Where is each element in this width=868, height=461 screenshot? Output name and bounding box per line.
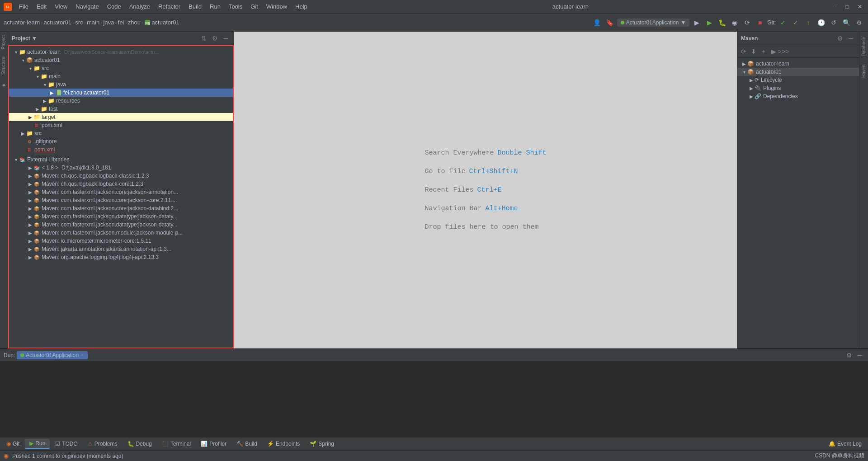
tree-item-lib4[interactable]: ▶ 📦 Maven: com.fasterxml.jackson.core:ja… (9, 196, 233, 204)
tree-item-actuator01[interactable]: ▾ 📦 actuator01 (9, 56, 233, 64)
user-icon[interactable]: 👤 (592, 17, 603, 28)
stop-button[interactable]: ■ (755, 17, 765, 28)
git-push[interactable]: ↑ (803, 17, 814, 28)
bookmark-icon[interactable]: 🔖 (604, 17, 615, 28)
tree-item-lib6[interactable]: ▶ 📦 Maven: com.fasterxml.jackson.datatyp… (9, 212, 233, 221)
project-tab[interactable]: Project (0, 32, 8, 53)
tree-item-lib1[interactable]: ▶ 📦 Maven: ch.qos.logback:logback-classi… (9, 172, 233, 180)
menu-item-run[interactable]: Run (206, 2, 224, 11)
tree-item-jdk[interactable]: ▶ 📚 < 1.8 > D:\java\jdk1.8.0_181 (9, 164, 233, 172)
tree-item-test[interactable]: ▶ 📁 test (9, 105, 233, 113)
git-history[interactable]: 🕐 (816, 17, 826, 28)
maven-item-actuator01[interactable]: ▾ 📦 actuator01 (737, 68, 859, 76)
breadcrumb-actuator01[interactable]: actuator01 (44, 19, 71, 26)
maven-download-btn[interactable]: ⬇ (749, 47, 758, 56)
run-button[interactable]: ▶ (704, 17, 715, 28)
tab-build[interactable]: 🔨 Build (232, 439, 262, 448)
tab-profiler[interactable]: 📊 Profiler (196, 439, 231, 448)
tree-item-resources[interactable]: ▶ 📁 resources (9, 97, 233, 105)
maven-expand-btn[interactable]: + (759, 47, 768, 56)
tree-item-src[interactable]: ▾ 📁 src (9, 64, 233, 72)
tree-item-lib3[interactable]: ▶ 📦 Maven: com.fasterxml.jackson.core:ja… (9, 188, 233, 196)
tree-item-lib5[interactable]: ▶ 📦 Maven: com.fasterxml.jackson.core:ja… (9, 204, 233, 212)
tree-item-java[interactable]: ▾ 📁 java (9, 80, 233, 89)
maven-run-btn[interactable]: ▶ (769, 47, 778, 56)
tree-item-lib2[interactable]: ▶ 📦 Maven: ch.qos.logback:logback-core:1… (9, 180, 233, 188)
tree-item-target[interactable]: ▶ 📁 target (9, 113, 233, 121)
tree-item-pom[interactable]: ▶ 🗎 pom.xml (9, 121, 233, 129)
breadcrumb-actuator01-pkg[interactable]: pkg actuator01 (144, 19, 179, 26)
tab-debug[interactable]: 🐛 Debug (123, 439, 156, 448)
menu-item-code[interactable]: Code (104, 2, 125, 11)
tree-item-lib9[interactable]: ▶ 📦 Maven: io.micrometer:micrometer-core… (9, 237, 233, 245)
minimize-button[interactable]: ─ (830, 2, 839, 11)
haven-tab[interactable]: Haven (860, 61, 867, 81)
maven-item-actuator-learn[interactable]: ▶ 📦 actuator-learn (737, 60, 859, 68)
tab-git[interactable]: ◉ Git (2, 439, 24, 448)
maven-item-plugins[interactable]: ▶ 🔌 Plugins (737, 84, 859, 92)
menu-item-edit[interactable]: Edit (33, 2, 50, 11)
favorites-tab[interactable]: ★ (0, 79, 8, 92)
git-undo[interactable]: ↺ (828, 17, 839, 28)
profile-button[interactable]: ⟳ (742, 17, 753, 28)
tab-todo[interactable]: ☑ TODO (51, 439, 82, 448)
close-button[interactable]: ✕ (855, 2, 864, 11)
panel-settings-btn[interactable]: ⚙ (210, 34, 219, 43)
menu-item-navigate[interactable]: Navigate (72, 2, 102, 11)
panel-close-btn[interactable]: ─ (221, 34, 230, 43)
git-check2[interactable]: ✓ (790, 17, 801, 28)
menu-item-view[interactable]: View (51, 2, 71, 11)
maven-more-btn[interactable]: >>> (779, 47, 788, 56)
tab-endpoints[interactable]: ⚡ Endpoints (263, 439, 304, 448)
structure-tab[interactable]: Structure (0, 53, 8, 79)
database-tab[interactable]: Database (860, 33, 867, 60)
menu-item-window[interactable]: Window (263, 2, 291, 11)
breadcrumb[interactable]: actuator-learn › actuator01 › src › main… (4, 19, 179, 26)
breadcrumb-fei[interactable]: fei (118, 19, 124, 26)
debug-button[interactable]: 🐛 (717, 17, 727, 28)
maven-refresh-btn[interactable]: ⟳ (739, 47, 748, 56)
tree-item-src2[interactable]: ▶ 📁 src (9, 129, 233, 137)
git-check1[interactable]: ✓ (778, 17, 788, 28)
tree-item-lib7[interactable]: ▶ 📦 Maven: com.fasterxml.jackson.datatyp… (9, 221, 233, 229)
tree-item-lib8[interactable]: ▶ 📦 Maven: com.fasterxml.jackson.module:… (9, 229, 233, 237)
event-log-btn[interactable]: 🔔 Event Log (824, 439, 866, 448)
tree-item-pom-root[interactable]: ▶ 🗎 pom.xml (9, 146, 233, 154)
run-close-btn[interactable]: ─ (855, 351, 864, 360)
menu-item-file[interactable]: File (15, 2, 32, 11)
maximize-button[interactable]: □ (843, 2, 852, 11)
coverage-button[interactable]: ◉ (729, 17, 740, 28)
breadcrumb-main[interactable]: main (87, 19, 99, 26)
menu-item-analyze[interactable]: Analyze (126, 2, 154, 11)
menu-item-tools[interactable]: Tools (225, 2, 246, 11)
maven-item-dependencies[interactable]: ▶ 🔗 Dependencies (737, 92, 859, 100)
tree-item-lib10[interactable]: ▶ 📦 Maven: jakarta.annotation:jakarta.an… (9, 245, 233, 253)
menu-item-refactor[interactable]: Refactor (155, 2, 184, 11)
tab-problems[interactable]: ⚠ Problems (83, 439, 122, 448)
tab-terminal[interactable]: ⬛ Terminal (157, 439, 195, 448)
tree-item-package[interactable]: ▶ 📗 fei.zhou.actuator01 (9, 89, 233, 97)
maven-settings-btn[interactable]: ⚙ (835, 34, 844, 43)
tab-spring[interactable]: 🌱 Spring (305, 439, 339, 448)
tree-item-lib11[interactable]: ▶ 📦 Maven: org.apache.logging.log4j:log4… (9, 253, 233, 261)
run-settings-btn[interactable]: ⚙ (844, 351, 854, 360)
run-config-dropdown[interactable]: ▼ (680, 19, 686, 26)
maven-item-lifecycle[interactable]: ▶ ⟳ Lifecycle (737, 76, 859, 84)
tree-item-gitignore[interactable]: ▶ ⚙ .gitignore (9, 137, 233, 146)
run-config[interactable]: Actuator01Application ▼ (617, 19, 690, 27)
settings-button[interactable]: ⚙ (854, 17, 864, 28)
search-button[interactable]: 🔍 (841, 17, 852, 28)
tree-item-main[interactable]: ▾ 📁 main (9, 72, 233, 80)
tree-item-actuator-learn[interactable]: ▾ 📁 actuator-learn D:\java\workSpace-lea… (9, 48, 233, 56)
breadcrumb-src[interactable]: src (75, 19, 83, 26)
build-button[interactable]: ▶ (691, 17, 702, 28)
maven-close-btn[interactable]: ─ (846, 34, 855, 43)
breadcrumb-java[interactable]: java (104, 19, 114, 26)
menu-item-git[interactable]: Git (247, 2, 262, 11)
menu-item-help[interactable]: Help (292, 2, 311, 11)
tab-run[interactable]: ▶ Run (25, 439, 50, 449)
run-tab-close[interactable]: ✕ (80, 353, 84, 358)
tree-item-external-libs[interactable]: ▾ 📚 External Libraries (9, 155, 233, 164)
run-tab[interactable]: Actuator01Application ✕ (17, 351, 88, 359)
panel-collapse-btn[interactable]: ⇅ (199, 34, 208, 43)
